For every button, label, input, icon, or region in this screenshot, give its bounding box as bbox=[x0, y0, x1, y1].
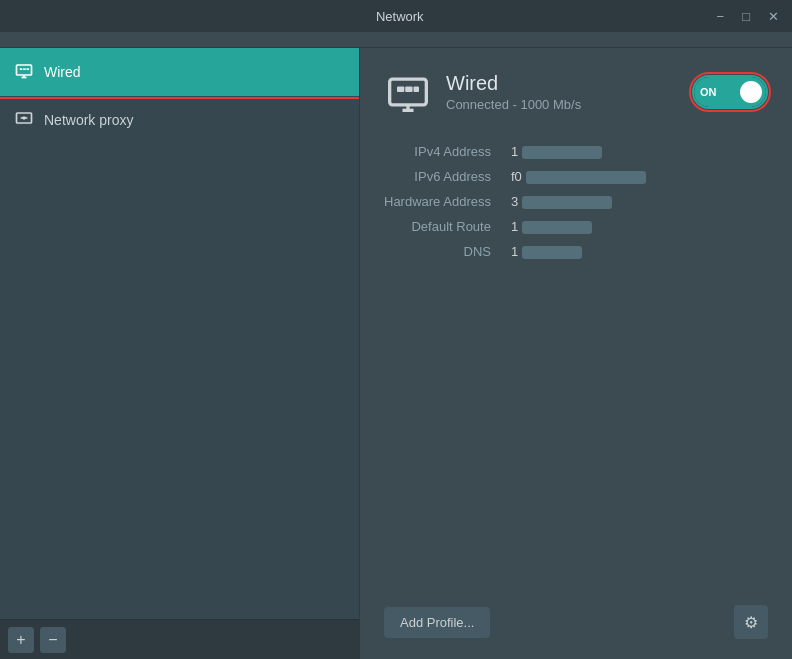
connection-icon bbox=[384, 68, 432, 116]
remove-connection-button[interactable]: − bbox=[40, 627, 66, 653]
toggle-on-label: ON bbox=[700, 86, 717, 98]
sidebar-item-wired-label: Wired bbox=[44, 64, 81, 80]
default-route-value: 1 bbox=[511, 219, 768, 234]
sidebar-items: Wired Network proxy bbox=[0, 48, 359, 619]
hardware-address-value: 3 bbox=[511, 194, 768, 209]
add-profile-button[interactable]: Add Profile... bbox=[384, 607, 490, 638]
svg-rect-12 bbox=[414, 87, 420, 93]
add-connection-button[interactable]: + bbox=[8, 627, 34, 653]
connection-status: Connected - 1000 Mb/s bbox=[446, 97, 581, 112]
svg-rect-10 bbox=[397, 87, 404, 93]
sidebar-item-wired[interactable]: Wired bbox=[0, 48, 359, 96]
ipv4-value: 1 bbox=[511, 144, 768, 159]
ipv6-value: f0 bbox=[511, 169, 768, 184]
window-title: Network bbox=[88, 9, 712, 24]
toggle-thumb bbox=[740, 81, 762, 103]
panel-footer: Add Profile... ⚙ bbox=[384, 589, 768, 639]
maximize-button[interactable]: □ bbox=[737, 8, 755, 25]
content-area: Wired Network proxy + − bbox=[0, 48, 792, 659]
wired-icon bbox=[14, 60, 34, 84]
toolbar-separator bbox=[0, 32, 792, 48]
connection-info-table: IPv4 Address 1 IPv6 Address f0 Hardware … bbox=[384, 144, 768, 259]
sidebar-item-network-proxy[interactable]: Network proxy bbox=[0, 96, 359, 144]
close-button[interactable]: ✕ bbox=[763, 8, 784, 25]
dns-value: 1 bbox=[511, 244, 768, 259]
network-proxy-icon bbox=[14, 108, 34, 132]
panel-title-text: Wired Connected - 1000 Mb/s bbox=[446, 72, 581, 112]
settings-button[interactable]: ⚙ bbox=[734, 605, 768, 639]
dns-label: DNS bbox=[384, 244, 495, 259]
titlebar: Network − □ ✕ bbox=[0, 0, 792, 32]
connection-toggle[interactable]: ON bbox=[692, 75, 768, 109]
svg-rect-2 bbox=[23, 68, 26, 70]
ipv6-label: IPv6 Address bbox=[384, 169, 495, 184]
connection-name: Wired bbox=[446, 72, 581, 95]
main-panel: Wired Connected - 1000 Mb/s ON IPv4 Addr… bbox=[360, 48, 792, 659]
ipv4-label: IPv4 Address bbox=[384, 144, 495, 159]
main-window: Wired Network proxy + − bbox=[0, 32, 792, 659]
sidebar-item-network-proxy-label: Network proxy bbox=[44, 112, 133, 128]
toggle-track[interactable]: ON bbox=[694, 77, 766, 107]
hardware-address-label: Hardware Address bbox=[384, 194, 495, 209]
sidebar-footer: + − bbox=[0, 619, 359, 659]
panel-header: Wired Connected - 1000 Mb/s ON bbox=[384, 68, 768, 116]
panel-title-area: Wired Connected - 1000 Mb/s bbox=[384, 68, 581, 116]
svg-rect-3 bbox=[27, 68, 30, 70]
sidebar: Wired Network proxy + − bbox=[0, 48, 360, 659]
svg-rect-11 bbox=[405, 87, 412, 93]
svg-rect-1 bbox=[20, 68, 22, 70]
window-controls: − □ ✕ bbox=[712, 8, 784, 25]
svg-point-8 bbox=[22, 116, 25, 119]
minimize-button[interactable]: − bbox=[712, 8, 730, 25]
default-route-label: Default Route bbox=[384, 219, 495, 234]
